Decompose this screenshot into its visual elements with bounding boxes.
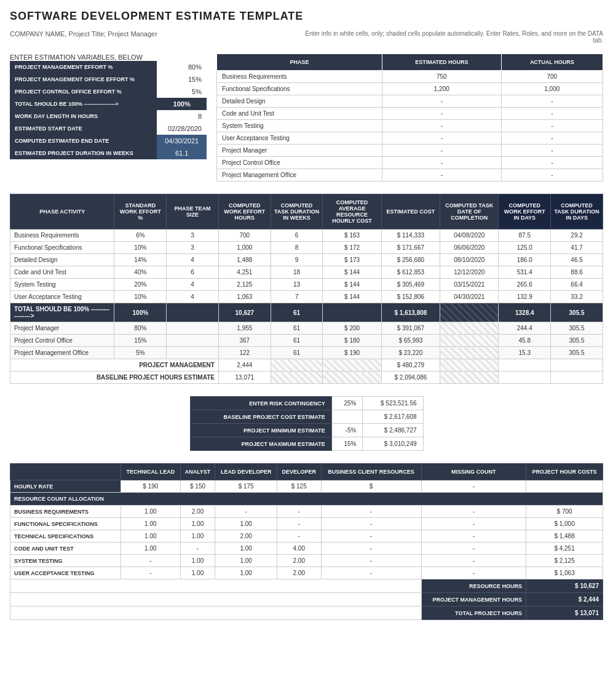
res-rate-biz[interactable]: $ (321, 480, 421, 493)
phase-cell-actual[interactable]: 700 (501, 71, 603, 83)
res-val-1-4[interactable]: - (321, 518, 421, 530)
res-val-1-2[interactable]: 1.00 (215, 518, 277, 530)
res-rate-analyst[interactable]: $ 150 (180, 480, 215, 493)
risk-label: PROJECT MAXIMUM ESTIMATE (190, 437, 331, 451)
res-val-0-4[interactable]: - (321, 506, 421, 518)
res-val-0-2[interactable]: - (215, 506, 277, 518)
risk-value: $ 2,617,608 (363, 410, 423, 424)
phase-cell-estimated[interactable]: - (382, 132, 501, 145)
risk-pct: 15% (331, 437, 363, 451)
var-row-2: PROJECT CONTROL OFFICE EFFORT % 5% (10, 86, 207, 98)
pa-phase: Project Management Office (10, 347, 114, 359)
phase-cell-actual[interactable]: - (501, 108, 603, 120)
res-val-5-3[interactable]: 2.00 (277, 567, 321, 579)
res-val-4-5[interactable]: - (421, 555, 526, 567)
res-val-3-3[interactable]: 4.00 (277, 543, 321, 555)
pa-row-6: TOTAL SHOULD BE 100% -----------------> … (10, 303, 603, 322)
pa-row-3: Code and Unit Test 40% 6 4,251 18 $ 144 … (10, 266, 603, 279)
res-col-blank (10, 464, 121, 480)
pa-taskdate (440, 335, 499, 347)
res-col-biz: BUSINESS CLIENT RESOURCES (321, 464, 421, 480)
res-val-2-2[interactable]: 2.00 (215, 530, 277, 543)
var-value-1[interactable]: 15% (157, 73, 207, 86)
phase-cell-estimated[interactable]: 750 (382, 71, 501, 83)
res-cost-2: $ 1,488 (526, 530, 603, 543)
res-val-3-2[interactable]: 1.00 (215, 543, 277, 555)
phase-cell-estimated[interactable]: 1,200 (382, 83, 501, 95)
pa-team (167, 322, 219, 335)
phase-cell-estimated[interactable]: - (382, 108, 501, 120)
res-val-1-0[interactable]: 1.00 (121, 518, 181, 530)
phase-cell-estimated[interactable]: - (382, 120, 501, 132)
phase-cell-actual[interactable]: - (501, 132, 603, 145)
res-val-5-4[interactable]: - (321, 567, 421, 579)
res-val-3-4[interactable]: - (321, 543, 421, 555)
var-value-2[interactable]: 5% (157, 86, 207, 98)
pa-team (167, 303, 219, 322)
var-label-6: COMPUTED ESTIMATED END DATE (10, 135, 157, 147)
phase-cell-actual[interactable]: - (501, 120, 603, 132)
pa-estcost: $ 114,333 (381, 229, 440, 242)
res-val-4-0[interactable]: - (121, 555, 181, 567)
res-val-5-2[interactable]: 1.00 (215, 567, 277, 579)
res-val-0-3[interactable]: - (277, 506, 321, 518)
res-val-2-0[interactable]: 1.00 (121, 530, 181, 543)
res-allocation-header-row: RESOURCE COUNT ALLOCATION (10, 493, 603, 506)
res-val-4-1[interactable]: 1.00 (180, 555, 215, 567)
phase-cell-name: Project Management Office (217, 169, 382, 181)
res-val-3-1[interactable]: - (180, 543, 215, 555)
res-data-row-5: USER ACCEPTANCE TESTING -1.001.002.00-- … (10, 567, 603, 579)
pa-workdays: 265.6 (499, 279, 551, 291)
res-rate-leaddev[interactable]: $ 175 (215, 480, 277, 493)
pa-avgcost: $ 172 (323, 242, 381, 254)
phase-cell-estimated[interactable]: - (382, 169, 501, 181)
phase-cell-actual[interactable]: - (501, 145, 603, 157)
var-value-5[interactable]: 02/28/2020 (157, 122, 207, 135)
res-val-4-4[interactable]: - (321, 555, 421, 567)
phase-cell-estimated[interactable]: - (382, 95, 501, 108)
phase-cell-estimated[interactable]: - (382, 157, 501, 169)
res-val-1-1[interactable]: 1.00 (180, 518, 215, 530)
risk-pct[interactable]: 25% (331, 397, 363, 410)
var-value-0[interactable]: 80% (157, 61, 207, 73)
risk-pct (331, 410, 363, 424)
res-col-costs: PROJECT HOUR COSTS (526, 464, 603, 480)
res-rate-dev[interactable]: $ 125 (277, 480, 321, 493)
phase-cell-actual[interactable]: 1,000 (501, 83, 603, 95)
var-row-1: PROJECT MANAGEMENT OFFICE EFFORT % 15% (10, 73, 207, 86)
phase-cell-actual[interactable]: - (501, 169, 603, 181)
risk-pct: -5% (331, 424, 363, 437)
res-val-2-5[interactable]: - (421, 530, 526, 543)
phase-cell-actual[interactable]: - (501, 157, 603, 169)
phase-cell-actual[interactable]: - (501, 95, 603, 108)
res-val-1-3[interactable]: - (277, 518, 321, 530)
pa-col-estcost: ESTIMATED COST (381, 194, 440, 229)
res-val-3-5[interactable]: - (421, 543, 526, 555)
res-val-5-5[interactable]: - (421, 567, 526, 579)
phase-cell-estimated[interactable]: - (382, 145, 501, 157)
pa-workhours: 1,063 (218, 291, 271, 303)
res-val-2-1[interactable]: 1.00 (180, 530, 215, 543)
pa-phase: Detailed Design (10, 254, 114, 266)
res-val-0-1[interactable]: 2.00 (180, 506, 215, 518)
res-val-4-2[interactable]: 1.00 (215, 555, 277, 567)
pa-workdays: 244.4 (499, 322, 551, 335)
pa-baseline-cost: $ 2,094,086 (381, 372, 440, 384)
pa-avgcost: $ 144 (323, 279, 381, 291)
pa-effort: 15% (114, 335, 167, 347)
res-val-1-5[interactable]: - (421, 518, 526, 530)
res-val-0-0[interactable]: 1.00 (121, 506, 181, 518)
res-val-0-5[interactable]: - (421, 506, 526, 518)
risk-label: PROJECT MINIMUM ESTIMATE (190, 424, 331, 437)
res-val-3-0[interactable]: 1.00 (121, 543, 181, 555)
res-rate-techlead[interactable]: $ 190 (121, 480, 181, 493)
res-val-2-4[interactable]: - (321, 530, 421, 543)
pa-phase: Functional Specifications (10, 242, 114, 254)
pa-avgcost: $ 163 (323, 229, 381, 242)
var-value-4[interactable]: 8 (157, 110, 207, 122)
pa-estcost: $ 305,469 (381, 279, 440, 291)
res-val-2-3[interactable]: - (277, 530, 321, 543)
res-val-5-1[interactable]: 1.00 (180, 567, 215, 579)
res-val-4-3[interactable]: 2.00 (277, 555, 321, 567)
res-val-5-0[interactable]: - (121, 567, 181, 579)
